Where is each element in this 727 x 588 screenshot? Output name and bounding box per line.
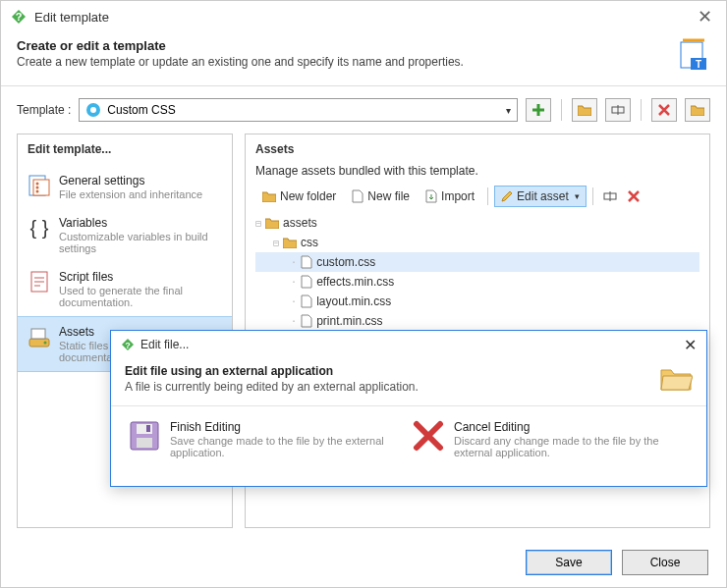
button-label: Close [650,556,681,569]
toolbar-label: Import [441,189,475,203]
folder-icon [262,190,276,202]
new-folder-button[interactable]: New folder [255,186,343,207]
tree-label: assets [283,216,317,230]
cancel-x-icon [413,420,444,452]
asset-toolbar: New folder New file Import Edit asset▾ [246,186,709,213]
right-panel-title: Assets [246,134,709,162]
edit-template-window: ? Edit template ✕ Create or edit a templ… [0,0,727,588]
svg-rect-24 [146,425,150,432]
option-label: Finish Editing [170,420,405,434]
settings-list-icon [28,174,51,197]
sidebar-item-scripts[interactable]: Script filesUsed to generate the final d… [18,262,232,316]
import-button[interactable]: Import [419,186,481,207]
separator [561,99,562,121]
dialog-head-sub: A file is currently being edited by an e… [125,380,659,394]
toolbar-label: New file [367,189,410,203]
sidebar-item-general[interactable]: General settingsFile extension and inher… [18,166,232,208]
close-button[interactable]: Close [622,550,708,575]
tree-node-file[interactable]: ·custom.css [255,252,699,272]
save-disk-icon [129,420,160,452]
template-label: Template : [17,103,71,117]
assets-icon [28,325,51,348]
sidebar-item-label: Variables [59,216,222,230]
tree-label: layout.min.css [316,294,391,308]
svg-rect-9 [33,180,49,195]
rename-template-button[interactable] [605,98,631,122]
tree-node-css[interactable]: ⊟css [255,233,699,252]
braces-icon: { } [28,216,51,240]
button-label: Save [555,556,582,569]
edit-file-dialog: ? Edit file... ✕ Edit file using an exte… [110,330,707,487]
dialog-title-bar: ? Edit file... ✕ [111,331,706,358]
tree-node-file[interactable]: ·effects.min.css [255,272,699,292]
option-sub: Discard any change made to the file by t… [454,435,689,458]
app-icon: ? [121,338,135,351]
toolbar-label: New folder [280,189,336,203]
chevron-down-icon: ▾ [506,105,511,116]
dialog-close-button[interactable]: ✕ [684,336,697,354]
folder-open-icon [659,364,693,394]
template-row: Template : Custom CSS ▾ [1,86,726,134]
css-icon [85,102,101,118]
separator [592,187,593,205]
header-icon: T [677,38,710,72]
app-icon: ? [11,9,27,25]
window-title: Edit template [34,10,109,25]
dialog-title: Edit file... [140,338,189,351]
dialog-header: Edit file using an external application … [111,358,706,406]
edit-asset-button[interactable]: Edit asset▾ [494,186,587,207]
browse-template-button[interactable] [685,98,710,122]
chevron-down-icon: ▾ [575,191,580,201]
svg-text:T: T [696,59,701,70]
sidebar-item-sub: Used to generate the final documentation… [59,285,222,308]
finish-editing-option[interactable]: Finish EditingSave change made to the fi… [125,416,409,476]
option-label: Cancel Editing [454,420,689,434]
sidebar-item-label: General settings [59,174,202,187]
open-template-button[interactable] [572,98,597,122]
svg-point-11 [36,187,39,189]
header: Create or edit a template Create a new t… [1,32,726,86]
sidebar-item-variables[interactable]: { } VariablesCustomizable variables in b… [18,208,232,262]
sidebar-item-label: Script files [59,270,222,284]
tree-node-root[interactable]: ⊟assets [255,213,699,233]
tree-node-file[interactable]: ·print.min.css [255,311,699,331]
tree-label: print.min.css [316,314,382,328]
separator [487,187,488,205]
new-file-button[interactable]: New file [345,186,417,207]
svg-rect-23 [137,438,152,448]
tree-label: css [301,236,318,249]
pencil-icon [501,190,513,202]
rename-asset-button[interactable] [599,186,621,207]
right-panel-desc: Manage assets bundled with this template… [246,162,709,186]
import-icon [425,189,437,203]
delete-template-button[interactable] [651,98,677,122]
add-template-button[interactable] [526,98,551,122]
header-title: Create or edit a template [17,38,677,53]
svg-text:{ }: { } [30,217,49,239]
footer: Save Close [1,538,726,587]
sidebar-item-sub: File extension and inheritance [59,188,202,200]
svg-rect-16 [31,329,45,339]
file-icon [352,189,364,203]
header-subtitle: Create a new template or update an exist… [17,55,677,69]
save-button[interactable]: Save [526,550,612,575]
svg-point-12 [36,190,39,193]
svg-text:?: ? [16,11,23,23]
sidebar-item-sub: Customizable variables in build settings [59,231,222,254]
template-select[interactable]: Custom CSS ▾ [79,98,518,122]
svg-point-17 [44,342,47,345]
delete-asset-button[interactable] [623,186,644,207]
script-icon [28,270,51,294]
svg-point-6 [90,107,96,113]
separator [641,99,642,121]
tree-label: effects.min.css [316,275,394,289]
left-panel-title: Edit template... [18,134,232,162]
toolbar-label: Edit asset [517,189,569,203]
tree-label: custom.css [316,255,375,269]
cancel-editing-option[interactable]: Cancel EditingDiscard any change made to… [409,416,693,476]
svg-point-10 [36,183,39,186]
dialog-head-title: Edit file using an external application [125,364,659,378]
option-sub: Save change made to the file by the exte… [170,435,405,458]
window-close-button[interactable]: ✕ [694,6,716,27]
tree-node-file[interactable]: ·layout.min.css [255,292,699,311]
